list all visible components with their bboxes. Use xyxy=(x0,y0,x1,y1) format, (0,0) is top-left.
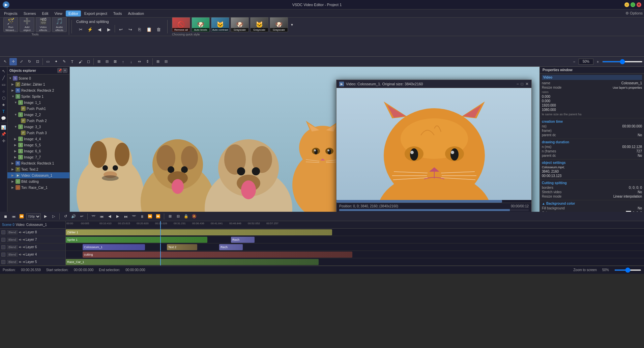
align-bottom[interactable]: ↓ xyxy=(127,58,135,65)
pencil-tool[interactable]: ✎ xyxy=(60,58,68,65)
cut-btn[interactable]: ✂ xyxy=(76,25,85,34)
color-preview[interactable] xyxy=(626,211,631,212)
brush-tool[interactable]: 🖌 xyxy=(77,58,84,65)
clip-text2[interactable]: Text 2 xyxy=(167,244,197,250)
tl-prev-frame[interactable]: ⏪ xyxy=(18,213,25,220)
style-grayscale3[interactable]: 🐶 Grayscale xyxy=(270,17,288,32)
audio5[interactable]: ♪ xyxy=(21,260,22,263)
align-center[interactable]: ⊟ xyxy=(103,58,111,65)
align-right[interactable]: ⊠ xyxy=(111,58,119,65)
tree-img66[interactable]: ▶ I Image: 6_6 xyxy=(7,148,69,154)
audio4[interactable]: ♪ xyxy=(21,253,22,256)
circle-tool[interactable]: ○ xyxy=(1,88,7,94)
audio6[interactable]: ♪ xyxy=(21,245,22,249)
delete-btn[interactable]: 🗑 xyxy=(154,25,163,34)
text-tool[interactable]: T xyxy=(68,58,76,65)
lock8[interactable]: ◀ xyxy=(19,231,21,234)
eye-layer5[interactable] xyxy=(1,260,5,264)
zoom-out-btn[interactable]: − xyxy=(570,58,578,65)
poly-tool[interactable]: ⬡ xyxy=(1,95,7,101)
tl-next[interactable]: ▶ xyxy=(114,213,121,220)
canvas-area[interactable]: ▶ Video: Colosseum_1. Original size: 384… xyxy=(70,67,539,212)
tree-bild[interactable]: ▶ I Bild: cutting xyxy=(7,178,69,184)
tree-img44[interactable]: ▶ I Image: 4_4 xyxy=(7,136,69,142)
lock4[interactable]: ◀ xyxy=(19,253,21,256)
clip-racecar[interactable]: Race_Car_1 xyxy=(66,259,319,265)
tl-prev[interactable]: ◀ xyxy=(106,213,113,220)
blend-layer4[interactable]: Blend xyxy=(7,253,18,257)
select-tool[interactable]: ↖ xyxy=(1,58,9,65)
chart-tool[interactable]: 📊 xyxy=(1,124,7,130)
tl-loop[interactable]: ↺ xyxy=(62,213,69,220)
star-tool[interactable]: ★ xyxy=(1,102,7,108)
lock5[interactable]: ◀ xyxy=(19,260,21,263)
tl-track-8[interactable]: Blend ◀ ♪ ◀ Layer 8 xyxy=(0,229,65,236)
text-tool-side[interactable]: T xyxy=(1,109,7,115)
menu-scenes[interactable]: Scenes xyxy=(21,10,39,17)
tl-mark-in[interactable]: ⌤ xyxy=(90,213,97,220)
add-object-button[interactable]: ➕ Addobject xyxy=(20,17,34,32)
panel-pin[interactable]: 📌 xyxy=(57,68,62,73)
tl-track-4[interactable]: Blend ◀ ♪ ◀ Layer 4 xyxy=(0,251,65,258)
undo-btn[interactable]: ↩ xyxy=(116,25,125,34)
panel-close[interactable]: ✕ xyxy=(63,68,67,73)
clip-rech7[interactable]: Rech xyxy=(231,237,255,243)
clip-sprite1[interactable]: Sprite 1 xyxy=(66,237,207,243)
style-auto-levels[interactable]: 🐶 Auto levels xyxy=(192,17,210,32)
paste-btn[interactable]: 📋 xyxy=(145,25,153,34)
tl-start[interactable]: ⏮ xyxy=(98,213,105,220)
tl-track-5[interactable]: Blend ◀ ♪ ◀ Layer 5 xyxy=(0,258,65,266)
vis4[interactable]: ◀ xyxy=(23,253,25,256)
tl-pause[interactable]: ⏸ xyxy=(139,213,145,220)
clip-cutting[interactable]: cutting xyxy=(83,252,352,258)
zoom-slider[interactable] xyxy=(602,61,643,62)
blend-layer5[interactable]: Blend xyxy=(7,260,18,264)
scale-tool[interactable]: ⤢ xyxy=(18,58,25,65)
blend-layer8[interactable]: Blend xyxy=(7,230,18,234)
maximize-button[interactable]: □ xyxy=(631,2,635,7)
line-tool[interactable]: ╱ xyxy=(1,75,7,81)
style-grayscale1[interactable]: 🐶 Grayscale xyxy=(231,17,249,32)
style-grayscale2[interactable]: 🐱 Grayscale xyxy=(250,17,268,32)
vis6[interactable]: ◀ xyxy=(23,245,25,249)
popup-minimize[interactable]: − xyxy=(517,82,519,86)
flip-h[interactable]: ⇔ xyxy=(136,58,143,65)
popup-hscrollbar[interactable] xyxy=(336,200,531,203)
rotate-tool[interactable]: ↻ xyxy=(26,58,33,65)
tl-mark-out[interactable]: ⌤ xyxy=(130,213,137,220)
align-left[interactable]: ⊞ xyxy=(95,58,103,65)
audio7[interactable]: ♪ xyxy=(21,238,22,241)
options-button[interactable]: ⚙ Options xyxy=(625,11,643,16)
tree-rect1[interactable]: ▶ R Rechteck: Rechteck 1 xyxy=(7,160,69,166)
lock7[interactable]: ◀ xyxy=(19,238,21,241)
trim-left[interactable]: ◀ xyxy=(95,25,104,34)
snap-btn[interactable]: ⊟ xyxy=(162,58,170,65)
vis8[interactable]: ◀ xyxy=(23,231,25,234)
scissors-btn[interactable]: ⚡ xyxy=(86,25,94,34)
grid-snap[interactable]: ⊞ xyxy=(154,58,162,65)
eraser-tool[interactable]: ◻ xyxy=(85,58,92,65)
blend-layer7[interactable]: Blend xyxy=(7,238,18,242)
style-remove-all[interactable]: 🚫 Remove all xyxy=(172,17,190,32)
tl-collapse[interactable]: ⊟ xyxy=(175,213,181,220)
tree-sprite1[interactable]: ▼ S Sprite: Sprite 1 xyxy=(7,93,69,99)
popup-close[interactable]: ✕ xyxy=(525,82,529,86)
vis5[interactable]: ◀ xyxy=(23,260,25,263)
tree-img55[interactable]: ▶ I Image: 5_5 xyxy=(7,142,69,148)
path-tool[interactable]: ✦ xyxy=(52,58,60,65)
speech-bubble[interactable]: 💬 xyxy=(1,115,7,121)
menu-activation[interactable]: Activation xyxy=(125,10,147,17)
tree-text2[interactable]: ▶ T Text: Text 2 xyxy=(7,166,69,172)
tl-vol[interactable]: 🔊 xyxy=(70,213,77,220)
menu-tools[interactable]: Tools xyxy=(111,10,125,17)
flip-v[interactable]: ⇕ xyxy=(144,58,151,65)
tl-track-7[interactable]: Blend ◀ ♪ ◀ Layer 7 xyxy=(0,236,65,243)
tree-push3[interactable]: P Push: Push 3 xyxy=(7,130,69,136)
rect-select[interactable]: ▭ xyxy=(44,58,52,65)
select-mode-btn[interactable]: ↖ xyxy=(1,68,7,74)
zoom-in-btn[interactable]: + xyxy=(594,58,602,65)
tree-push2[interactable]: P Push: Push 2 xyxy=(7,118,69,124)
tl-expand[interactable]: ⊞ xyxy=(167,213,173,220)
tl-rewind[interactable]: ⏮ xyxy=(10,213,17,220)
menu-editor[interactable]: Editor xyxy=(66,10,81,17)
